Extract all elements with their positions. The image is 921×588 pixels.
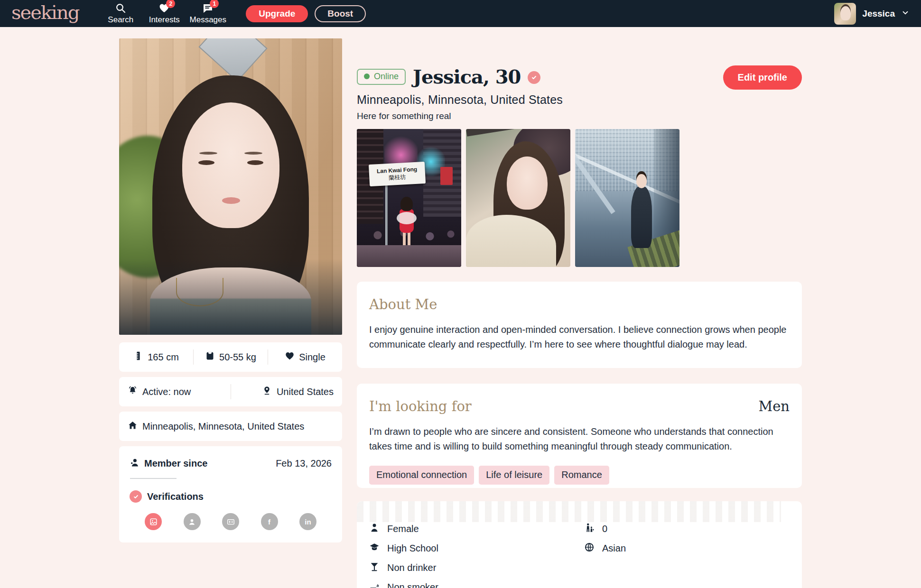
user-menu[interactable]: Jessica xyxy=(834,3,910,25)
nav-label-interests: Interests xyxy=(149,15,180,25)
nav-label-messages: Messages xyxy=(190,15,226,25)
member-since-row: Member since Feb 13, 2026 xyxy=(130,458,332,469)
home-location: Minneapolis, Minnesota, United States xyxy=(128,420,304,432)
messages-badge: 1 xyxy=(210,0,219,8)
verified-check-icon xyxy=(130,490,142,503)
member-card: Member since Feb 13, 2026 Verifications xyxy=(119,446,342,542)
figure-brow xyxy=(199,152,217,155)
bell-icon xyxy=(128,386,138,398)
gallery-photo-car-selfie[interactable] xyxy=(466,129,570,267)
photo-detail xyxy=(440,167,453,185)
looking-for-target: Men xyxy=(758,398,790,414)
smoking-value: Non smoker xyxy=(387,582,438,588)
divider xyxy=(130,478,177,479)
height-value: 165 cm xyxy=(148,352,179,363)
seeking-logo[interactable]: seeking xyxy=(11,3,79,25)
globe-icon xyxy=(584,542,595,555)
member-since-date: Feb 13, 2026 xyxy=(276,458,332,469)
skeleton-stripes xyxy=(357,501,781,522)
education-value: High School xyxy=(387,543,438,554)
relationship-value: Single xyxy=(299,352,326,363)
relationship-stat: Single xyxy=(268,351,342,363)
attributes-card: Female High School Non drinker Non smoke… xyxy=(357,501,802,588)
heart-icon: 2 xyxy=(158,2,170,14)
photo-detail xyxy=(400,197,413,211)
figure-eye xyxy=(247,160,263,165)
heart-icon xyxy=(285,351,295,363)
id-verify-badge-icon[interactable] xyxy=(222,513,239,530)
search-icon xyxy=(115,2,126,14)
nav-item-messages[interactable]: 1 Messages xyxy=(186,0,230,27)
weight-stat: 50-55 kg xyxy=(194,351,268,363)
edit-profile-button[interactable]: Edit profile xyxy=(723,65,802,90)
profile-verify-badge-icon[interactable] xyxy=(184,513,201,530)
figure-brow xyxy=(244,152,262,155)
person-icon xyxy=(369,523,380,535)
activity-card: Active: now United States xyxy=(119,377,342,406)
photo-verified-badge-icon[interactable] xyxy=(145,513,162,530)
chat-icon: 1 xyxy=(202,2,214,14)
chevron-down-icon xyxy=(901,9,910,19)
photo-gallery: Lan Kwai Fong 蘭桂坊 xyxy=(357,129,679,267)
figure-eye xyxy=(198,160,214,165)
gender-attribute: Female xyxy=(369,522,584,535)
navbar: seeking Search 2 Interests 1 Messages Up… xyxy=(0,0,921,27)
gallery-photo-street[interactable]: Lan Kwai Fong 蘭桂坊 xyxy=(357,129,461,267)
active-value: Active: now xyxy=(142,386,191,397)
stats-card: 165 cm 50-55 kg Single xyxy=(119,342,342,372)
ruler-icon xyxy=(133,351,143,363)
active-status: Active: now xyxy=(128,386,231,398)
location-pin-icon xyxy=(262,386,272,398)
height-stat: 165 cm xyxy=(119,351,193,363)
nav-item-interests[interactable]: 2 Interests xyxy=(142,0,186,27)
scale-icon xyxy=(205,351,215,363)
looking-for-title: I'm looking for xyxy=(369,398,472,414)
looking-for-card: I'm looking for Men I’m drawn to people … xyxy=(357,384,802,488)
photo-detail xyxy=(397,212,417,224)
attributes-left-column: Female High School Non drinker Non smoke… xyxy=(369,522,584,588)
photo-bottom-fade xyxy=(119,259,342,335)
verifications-row: Verifications xyxy=(130,490,332,503)
photo-detail xyxy=(403,232,410,245)
user-avatar xyxy=(834,3,856,25)
home-icon xyxy=(128,420,138,432)
gender-value: Female xyxy=(387,524,419,534)
verified-badge-icon xyxy=(528,71,540,84)
profile-name-age: Jessica, 30 xyxy=(413,65,521,88)
nav-item-search[interactable]: Search xyxy=(99,0,142,27)
verifications-label: Verifications xyxy=(147,491,204,502)
member-icon xyxy=(130,458,140,469)
country-status: United States xyxy=(231,386,334,398)
linkedin-badge-icon[interactable]: in xyxy=(299,513,316,530)
interests-badge: 2 xyxy=(166,0,175,8)
photo-detail xyxy=(631,186,652,248)
main-profile-photo[interactable] xyxy=(119,38,342,335)
ethnicity-attribute: Asian xyxy=(584,542,790,555)
smoking-attribute: Non smoker xyxy=(369,580,584,588)
graduation-cap-icon xyxy=(369,542,380,555)
user-name: Jessica xyxy=(862,9,895,19)
photo-detail xyxy=(507,156,548,210)
about-me-title: About Me xyxy=(369,296,790,312)
verification-badges: f in xyxy=(130,503,332,530)
drinking-value: Non drinker xyxy=(387,562,436,573)
profile-page: 165 cm 50-55 kg Single Active: now Unite… xyxy=(0,27,921,588)
about-me-body: I enjoy genuine interaction and open-min… xyxy=(369,322,787,352)
tag-romance: Romance xyxy=(554,466,609,485)
attributes-right-column: 0 Asian xyxy=(584,522,790,588)
profile-tagline: Here for something real xyxy=(357,111,802,121)
figure-lips xyxy=(222,197,240,204)
upgrade-button[interactable]: Upgrade xyxy=(246,5,308,22)
online-badge: Online xyxy=(357,69,406,85)
education-attribute: High School xyxy=(369,542,584,555)
gallery-photo-observation-deck[interactable] xyxy=(575,129,679,267)
facebook-badge-icon[interactable]: f xyxy=(261,513,278,530)
about-me-card: About Me I enjoy genuine interaction and… xyxy=(357,282,802,368)
ethnicity-value: Asian xyxy=(602,543,626,554)
online-dot-icon xyxy=(364,74,370,79)
children-value: 0 xyxy=(602,524,607,534)
boost-button[interactable]: Boost xyxy=(315,5,366,22)
member-since-label: Member since xyxy=(144,458,207,469)
nav-label-search: Search xyxy=(108,15,133,25)
cigarette-icon xyxy=(369,581,380,588)
